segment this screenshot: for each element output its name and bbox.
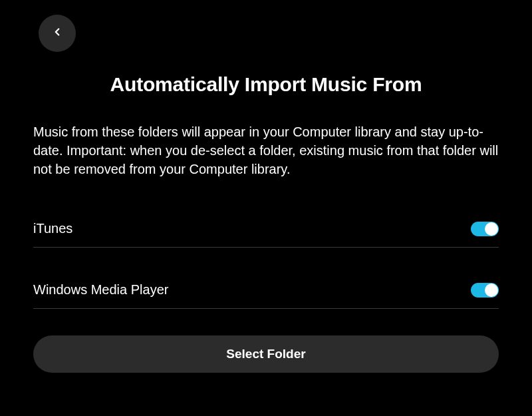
option-label: Windows Media Player: [33, 282, 168, 298]
option-row-itunes: iTunes: [33, 212, 499, 248]
select-folder-label: Select Folder: [226, 347, 305, 361]
toggle-knob: [485, 222, 498, 236]
back-button[interactable]: [39, 15, 76, 52]
description-text: Music from these folders will appear in …: [33, 122, 499, 178]
option-label: iTunes: [33, 221, 72, 236]
select-folder-button[interactable]: Select Folder: [33, 335, 499, 373]
toggle-wmp[interactable]: [471, 283, 499, 298]
option-row-wmp: Windows Media Player: [33, 273, 499, 309]
import-options: iTunes Windows Media Player: [33, 212, 499, 309]
toggle-itunes[interactable]: [471, 222, 499, 236]
page-title: Automatically Import Music From: [33, 73, 499, 96]
chevron-left-icon: [51, 26, 63, 41]
toggle-knob: [485, 284, 498, 297]
